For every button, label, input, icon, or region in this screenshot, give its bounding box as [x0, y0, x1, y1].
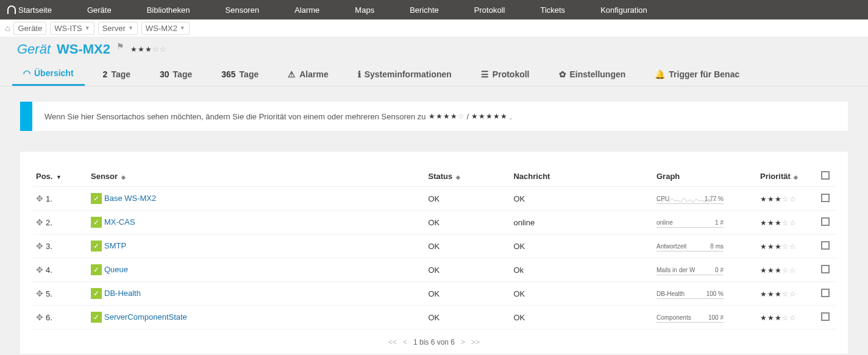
device-priority-stars[interactable]: ★★★☆☆ — [130, 45, 166, 54]
sensor-link[interactable]: Base WS-MX2 — [104, 194, 156, 203]
breadcrumb-item-wsits[interactable]: WS-ITS▼ — [50, 22, 94, 35]
table-row[interactable]: ✥1.✓Base WS-MX2OKOKCPU1,77 %★★★☆☆ — [32, 187, 836, 211]
sensor-link[interactable]: Queue — [104, 265, 128, 274]
pager-first[interactable]: << — [388, 338, 397, 346]
mini-graph[interactable]: CPU1,77 % — [656, 193, 724, 204]
list-icon: ☰ — [481, 69, 489, 79]
tab-alarme[interactable]: ⚠Alarme — [277, 63, 339, 85]
info-text: Wenn Sie hier Sensortachos sehen möchten… — [44, 112, 426, 121]
row-priority-stars[interactable]: ★★★☆☆ — [760, 314, 796, 322]
row-priority-stars[interactable]: ★★★☆☆ — [760, 242, 796, 251]
nav-item-protokoll[interactable]: Protokoll — [474, 5, 505, 15]
col-sensor[interactable]: Sensor ◆ — [87, 166, 424, 187]
row-priority-stars[interactable]: ★★★☆☆ — [760, 266, 796, 275]
breadcrumb-item-wsmx2[interactable]: WS-MX2▼ — [141, 22, 190, 35]
sensor-table-panel: Pos. ▼ Sensor ◆ Status ◆ Nachricht Graph… — [20, 151, 848, 354]
chevron-down-icon: ▼ — [180, 25, 185, 31]
tab-2tage[interactable]: 2Tage — [92, 63, 141, 85]
row-pos: 3. — [46, 242, 52, 251]
graph-value: 100 % — [706, 290, 724, 297]
row-checkbox[interactable] — [821, 265, 830, 273]
row-message: OK — [510, 187, 653, 211]
mini-graph[interactable]: online1 # — [656, 217, 724, 228]
row-priority-stars[interactable]: ★★★☆☆ — [760, 290, 796, 298]
status-ok-icon: ✓ — [91, 264, 102, 275]
table-row[interactable]: ✥6.✓ServerComponentStateOKOKComponents10… — [32, 306, 836, 329]
graph-label: Components — [656, 314, 691, 321]
row-checkbox[interactable] — [821, 312, 830, 321]
row-message: OK — [510, 306, 653, 329]
mini-graph[interactable]: Mails in der W0 # — [656, 264, 724, 275]
col-graph[interactable]: Graph — [653, 166, 756, 187]
home-icon[interactable]: ⌂ — [5, 23, 10, 33]
mini-graph[interactable]: Components100 # — [656, 312, 724, 323]
drag-handle-icon[interactable]: ✥ — [36, 289, 43, 298]
row-status: OK — [424, 234, 510, 258]
row-checkbox[interactable] — [821, 194, 830, 202]
nav-item-tickets[interactable]: Tickets — [540, 5, 565, 15]
row-checkbox[interactable] — [821, 217, 830, 226]
tab-30tage[interactable]: 30Tage — [149, 63, 203, 85]
graph-value: 8 ms — [710, 243, 724, 250]
row-status: OK — [424, 258, 510, 282]
tab-sysinfo[interactable]: ℹSysteminformationen — [347, 63, 463, 85]
row-priority-stars[interactable]: ★★★☆☆ — [760, 219, 796, 227]
col-select-all[interactable] — [817, 166, 836, 187]
tab-bar: ◠Übersicht 2Tage 30Tage 365Tage ⚠Alarme … — [0, 62, 868, 86]
mini-graph[interactable]: Antwortzeit8 ms — [656, 241, 724, 251]
sensor-link[interactable]: SMTP — [104, 241, 126, 250]
stars-5-icon: ★★★★★ — [471, 112, 507, 121]
tab-uebersicht[interactable]: ◠Übersicht — [12, 62, 85, 86]
table-row[interactable]: ✥5.✓DB-HealthOKOKDB-Health100 %★★★☆☆ — [32, 282, 836, 306]
pager-last[interactable]: >> — [471, 338, 480, 346]
page-title-name: WS-MX2 — [57, 41, 110, 57]
row-priority-stars[interactable]: ★★★☆☆ — [760, 195, 796, 203]
nav-item-konfiguration[interactable]: Konfiguration — [600, 5, 647, 15]
checkbox-all[interactable] — [821, 171, 830, 180]
tab-trigger[interactable]: 🔔Trigger für Benac — [644, 63, 750, 85]
breadcrumb-item-geraete[interactable]: Geräte — [13, 22, 46, 35]
nav-item-sensoren[interactable]: Sensoren — [226, 5, 260, 15]
nav-item-geraete[interactable]: Geräte — [87, 5, 112, 15]
nav-item-alarme[interactable]: Alarme — [294, 5, 319, 15]
pager-prev[interactable]: < — [403, 338, 407, 346]
row-checkbox[interactable] — [821, 241, 830, 250]
drag-handle-icon[interactable]: ✥ — [36, 265, 43, 275]
tab-365tage[interactable]: 365Tage — [210, 63, 269, 85]
sensor-link[interactable]: ServerComponentState — [104, 312, 187, 322]
table-row[interactable]: ✥4.✓QueueOKOkMails in der W0 #★★★☆☆ — [32, 258, 836, 282]
sensor-link[interactable]: MX-CAS — [104, 217, 135, 227]
sensor-table: Pos. ▼ Sensor ◆ Status ◆ Nachricht Graph… — [32, 166, 836, 329]
sort-icon: ◆ — [456, 174, 460, 180]
nav-item-startseite[interactable]: Startseite — [7, 5, 52, 15]
home-logo-icon — [7, 5, 16, 14]
tab-einstellungen[interactable]: ✿Einstellungen — [548, 63, 637, 85]
table-row[interactable]: ✥3.✓SMTPOKOKAntwortzeit8 ms★★★☆☆ — [32, 234, 836, 258]
row-status: OK — [424, 306, 510, 329]
sensor-link[interactable]: DB-Health — [104, 289, 141, 298]
tab-protokoll[interactable]: ☰Protokoll — [470, 63, 541, 85]
col-prioritaet[interactable]: Priorität ◆ — [756, 166, 817, 187]
drag-handle-icon[interactable]: ✥ — [36, 241, 43, 251]
pager-text: 1 bis 6 von 6 — [413, 338, 455, 346]
graph-value: 0 # — [715, 267, 724, 273]
row-pos: 2. — [46, 218, 52, 227]
col-nachricht[interactable]: Nachricht — [510, 166, 653, 187]
breadcrumb-item-server[interactable]: Server▼ — [98, 22, 138, 35]
bell-icon: 🔔 — [655, 69, 665, 79]
nav-item-maps[interactable]: Maps — [355, 5, 374, 15]
drag-handle-icon[interactable]: ✥ — [36, 312, 43, 322]
row-checkbox[interactable] — [821, 289, 830, 297]
gear-icon: ✿ — [559, 69, 566, 79]
mini-graph[interactable]: DB-Health100 % — [656, 288, 724, 299]
drag-handle-icon[interactable]: ✥ — [36, 194, 43, 203]
flag-icon[interactable]: ⚑ — [116, 41, 124, 51]
pager-next[interactable]: > — [461, 338, 465, 346]
table-row[interactable]: ✥2.✓MX-CASOKonlineonline1 #★★★☆☆ — [32, 211, 836, 234]
nav-item-berichte[interactable]: Berichte — [410, 5, 439, 15]
chevron-down-icon: ▼ — [85, 25, 90, 31]
col-pos[interactable]: Pos. ▼ — [32, 166, 87, 187]
drag-handle-icon[interactable]: ✥ — [36, 217, 43, 227]
nav-item-bibliotheken[interactable]: Bibliotheken — [147, 5, 190, 15]
col-status[interactable]: Status ◆ — [424, 166, 510, 187]
